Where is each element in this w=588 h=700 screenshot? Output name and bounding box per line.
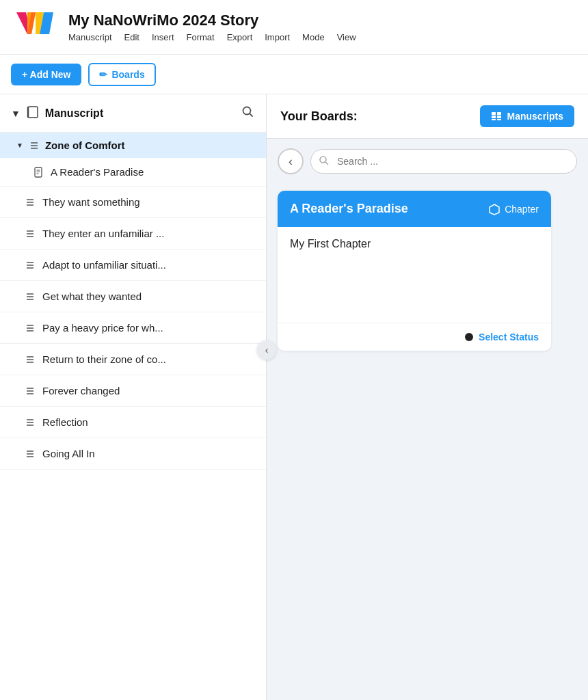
select-status-button[interactable]: Select Status xyxy=(479,332,539,342)
content-area: Your Boards: Manuscripts ‹ xyxy=(267,94,588,700)
sidebar-collapse-button[interactable]: ‹ xyxy=(257,340,276,360)
sidebar-header-left: ▼ Manuscript xyxy=(11,105,103,122)
menu-mode[interactable]: Mode xyxy=(302,32,325,42)
pencil-icon: ✏ xyxy=(99,69,107,80)
sidebar-item-return[interactable]: Return to their zone of co... xyxy=(0,344,266,375)
search-input[interactable] xyxy=(310,149,577,174)
manuscripts-button[interactable]: Manuscripts xyxy=(480,105,574,127)
sidebar-header: ▼ Manuscript xyxy=(0,94,266,133)
card-title: A Reader's Paradise xyxy=(290,202,408,216)
sidebar-item-they-enter[interactable]: They enter an unfamiliar ... xyxy=(0,218,266,250)
sidebar-item-pay-price[interactable]: Pay a heavy price for wh... xyxy=(0,312,266,344)
svg-line-8 xyxy=(250,114,253,117)
menu-import[interactable]: Import xyxy=(265,32,290,42)
app-title: My NaNoWriMo 2024 Story xyxy=(68,12,356,29)
sidebar-list: ▼ Zone of Comfort A Reader's Paradise xyxy=(0,133,266,700)
list-icon-5 xyxy=(25,323,36,334)
sidebar-item-they-want-label: They want something xyxy=(42,196,140,208)
group-zone-of-comfort-label: Zone of Comfort xyxy=(45,139,125,151)
card-footer: Select Status xyxy=(278,323,551,351)
sidebar-item-adapt[interactable]: Adapt to unfamiliar situati... xyxy=(0,250,266,281)
sidebar-item-get-what[interactable]: Get what they wanted xyxy=(0,281,266,312)
your-boards-label: Your Boards: xyxy=(280,109,358,124)
svg-rect-47 xyxy=(497,116,501,118)
sidebar-item-readers-paradise-label: A Reader's Paradise xyxy=(51,166,144,178)
sidebar-search-button[interactable] xyxy=(240,104,255,122)
app-header: My NaNoWriMo 2024 Story Manuscript Edit … xyxy=(0,0,588,55)
svg-rect-44 xyxy=(492,116,496,118)
svg-marker-51 xyxy=(490,204,499,215)
search-row: ‹ xyxy=(267,139,588,184)
svg-rect-48 xyxy=(497,119,501,120)
sidebar-item-going-all-in[interactable]: Going All In xyxy=(0,438,266,470)
list-icon-7 xyxy=(25,386,36,396)
menu-insert[interactable]: Insert xyxy=(152,32,174,42)
card-type-badge: Chapter xyxy=(488,203,539,215)
sidebar-title: Manuscript xyxy=(45,107,103,120)
chapter-icon xyxy=(488,203,500,215)
list-icon-8 xyxy=(25,417,36,428)
manuscripts-btn-label: Manuscripts xyxy=(507,111,563,122)
card-body: My First Chapter xyxy=(278,227,551,323)
app-logo xyxy=(14,5,57,49)
list-icon-3 xyxy=(25,260,36,271)
sidebar-item-going-all-in-label: Going All In xyxy=(42,448,95,459)
board-card-readers-paradise: A Reader's Paradise Chapter My First Cha… xyxy=(278,191,551,351)
manuscripts-list-icon xyxy=(491,111,502,122)
card-header: A Reader's Paradise Chapter xyxy=(278,191,551,227)
list-icon-9 xyxy=(25,448,36,459)
add-new-button[interactable]: + Add New xyxy=(11,64,81,85)
sidebar-collapse-icon[interactable]: ▼ xyxy=(11,108,21,119)
sidebar-item-forever-changed-label: Forever changed xyxy=(42,385,120,396)
card-type-label: Chapter xyxy=(505,204,539,215)
manuscript-icon xyxy=(26,105,40,122)
menu-export[interactable]: Export xyxy=(227,32,253,42)
sidebar-group-zone-of-comfort[interactable]: ▼ Zone of Comfort xyxy=(0,133,266,158)
menu-edit[interactable]: Edit xyxy=(124,32,139,42)
search-wrap xyxy=(310,149,577,174)
svg-rect-43 xyxy=(492,112,496,115)
list-icon-2 xyxy=(25,228,36,239)
toolbar: + Add New ✏ Boards xyxy=(0,55,588,94)
content-header: Your Boards: Manuscripts xyxy=(267,94,588,139)
sidebar-item-adapt-label: Adapt to unfamiliar situati... xyxy=(42,259,166,271)
sidebar: ▼ Manuscript ▼ xyxy=(0,94,267,700)
svg-rect-5 xyxy=(28,107,38,118)
menu-view[interactable]: View xyxy=(337,32,356,42)
svg-point-7 xyxy=(243,107,251,115)
sidebar-item-reflection[interactable]: Reflection xyxy=(0,407,266,438)
list-icon-4 xyxy=(25,291,36,302)
sidebar-item-readers-paradise[interactable]: A Reader's Paradise xyxy=(0,158,266,187)
svg-line-50 xyxy=(325,162,328,165)
collapse-chevron-icon: ‹ xyxy=(265,345,269,355)
menu-manuscript[interactable]: Manuscript xyxy=(68,32,112,42)
header-title-area: My NaNoWriMo 2024 Story Manuscript Edit … xyxy=(68,12,356,42)
sidebar-item-forever-changed[interactable]: Forever changed xyxy=(0,375,266,407)
sidebar-item-reflection-label: Reflection xyxy=(42,416,88,428)
doc-icon xyxy=(33,167,44,178)
status-dot xyxy=(465,333,473,341)
list-bullet-icon xyxy=(29,140,40,151)
menu-bar: Manuscript Edit Insert Format Export Imp… xyxy=(68,32,356,42)
svg-rect-45 xyxy=(492,119,496,120)
menu-format[interactable]: Format xyxy=(187,32,215,42)
boards-button-label: Boards xyxy=(111,69,144,80)
sidebar-item-get-what-label: Get what they wanted xyxy=(42,291,142,302)
sidebar-item-pay-price-label: Pay a heavy price for wh... xyxy=(42,322,163,334)
sidebar-item-return-label: Return to their zone of co... xyxy=(42,353,166,365)
back-button[interactable]: ‹ xyxy=(278,148,304,174)
card-body-text: My First Chapter xyxy=(290,238,371,250)
sidebar-item-they-enter-label: They enter an unfamiliar ... xyxy=(42,228,164,239)
boards-button[interactable]: ✏ Boards xyxy=(88,63,155,86)
group-chevron-icon: ▼ xyxy=(16,142,23,149)
main-layout: ▼ Manuscript ▼ xyxy=(0,94,588,700)
list-icon-1 xyxy=(25,197,36,208)
back-chevron-icon: ‹ xyxy=(289,155,293,167)
svg-rect-46 xyxy=(497,112,501,115)
list-icon-6 xyxy=(25,354,36,365)
cards-area: A Reader's Paradise Chapter My First Cha… xyxy=(267,184,588,700)
search-wrap-icon xyxy=(319,155,329,167)
sidebar-item-they-want[interactable]: They want something xyxy=(0,187,266,218)
